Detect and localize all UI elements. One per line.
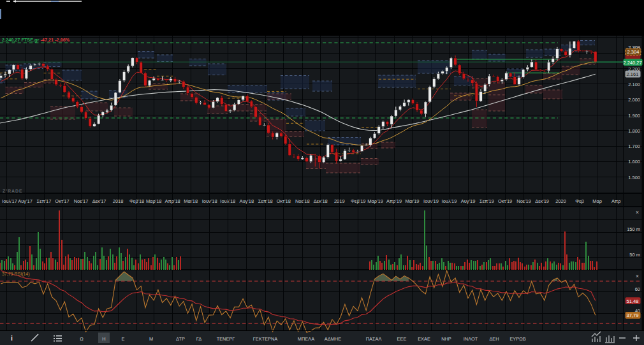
svg-text:Ιουλ'17: Ιουλ'17 (2, 198, 17, 204)
svg-text:1.600: 1.600 (628, 159, 640, 165)
svg-text:Νοε'19: Νοε'19 (516, 198, 531, 204)
svg-text:1.700: 1.700 (628, 143, 640, 149)
svg-text:ΙΝΛΟΤ: ΙΝΛΟΤ (464, 336, 478, 342)
svg-text:ΠΑΣΑΛ: ΠΑΣΑΛ (366, 336, 382, 342)
svg-text:2.161: 2.161 (627, 71, 639, 77)
svg-text:ΓΕΚΤΕΡΝΑ: ΓΕΚΤΕΡΝΑ (253, 336, 278, 342)
svg-text:37,79: 37,79 (627, 312, 639, 318)
svg-text:Απρ: Απρ (611, 198, 620, 204)
svg-text:2.240,27 FTSE.gr -47,21 -2,06%: 2.240,27 FTSE.gr -47,21 -2,06% (2, 37, 70, 43)
svg-text:Ω: Ω (80, 336, 84, 342)
svg-text:Οκτ'19: Οκτ'19 (498, 198, 512, 204)
svg-text:60: 60 (635, 286, 640, 292)
svg-text:Αυγ'17: Αυγ'17 (18, 198, 33, 204)
svg-text:Οκτ'18: Οκτ'18 (277, 198, 291, 204)
svg-text:Οκτ'17: Οκτ'17 (55, 198, 69, 204)
svg-text:2.100: 2.100 (628, 82, 640, 87)
svg-text:Ιουλ'18: Ιουλ'18 (220, 198, 235, 204)
svg-text:Δεκ'18: Δεκ'18 (314, 198, 328, 204)
svg-text:ΓΔ: ΓΔ (196, 336, 201, 342)
svg-text:ΕΥΡΩΒ: ΕΥΡΩΒ (509, 336, 525, 342)
svg-text:Μαι'19: Μαι'19 (405, 198, 419, 204)
svg-text:51,48: 51,48 (627, 298, 639, 304)
svg-text:ΔΤΡ: ΔΤΡ (176, 336, 185, 342)
svg-text:Φεβ'19: Φεβ'19 (351, 198, 365, 204)
svg-text:Η: Η (102, 336, 105, 342)
svg-text:2020: 2020 (555, 198, 566, 204)
svg-text:ΤΕΝΕΡΓ: ΤΕΝΕΡΓ (217, 336, 235, 342)
svg-text:Απρ'19: Απρ'19 (386, 198, 402, 204)
svg-text:ΕΕΕ: ΕΕΕ (397, 336, 407, 342)
svg-text:37,79 RSI(14): 37,79 RSI(14) (2, 272, 30, 277)
svg-text:Αυγ'18: Αυγ'18 (239, 198, 254, 204)
svg-text:2019: 2019 (334, 198, 345, 204)
svg-text:Απρ'18: Απρ'18 (165, 198, 180, 204)
svg-text:Μαρ'18: Μαρ'18 (146, 198, 162, 204)
svg-text:Νοε'18: Νοε'18 (295, 198, 310, 204)
svg-text:Μαι'18: Μαι'18 (184, 198, 198, 204)
svg-text:ΑΔΜΗΕ: ΑΔΜΗΕ (325, 336, 341, 342)
svg-text:ΝΗΡ: ΝΗΡ (441, 336, 451, 342)
svg-text:50 m: 50 m (629, 252, 640, 258)
svg-text:Δεκ'19: Δεκ'19 (535, 198, 549, 204)
svg-text:Ιουν'18: Ιουν'18 (202, 198, 217, 204)
svg-text:ΜΠΕΛΑ: ΜΠΕΛΑ (298, 336, 314, 342)
svg-text:Σεπ'18: Σεπ'18 (258, 198, 273, 204)
svg-text:Μαρ: Μαρ (592, 198, 602, 204)
svg-text:2.304: 2.304 (627, 49, 640, 55)
svg-text:Αυγ'19: Αυγ'19 (461, 198, 476, 204)
svg-text:1.500: 1.500 (628, 175, 640, 180)
svg-text:2018: 2018 (113, 198, 124, 204)
svg-text:2.000: 2.000 (628, 97, 640, 103)
svg-text:Δεκ'17: Δεκ'17 (92, 198, 106, 204)
svg-text:Z′RADE: Z′RADE (3, 189, 23, 193)
svg-text:Σεπ'19: Σεπ'19 (479, 198, 494, 204)
svg-text:i: i (11, 335, 13, 342)
svg-text:Σεπ'17: Σεπ'17 (37, 198, 52, 204)
svg-text:2.240,27: 2.240,27 (623, 60, 641, 66)
svg-text:Μ: Μ (149, 336, 153, 342)
svg-text:ΔΕΗ: ΔΕΗ (489, 336, 499, 342)
svg-text:Ε: Ε (122, 336, 125, 342)
svg-text:ΕΧΑΕ: ΕΧΑΕ (418, 336, 430, 342)
svg-text:Ιουλ'19: Ιουλ'19 (442, 198, 457, 204)
svg-text:Φεβ: Φεβ (575, 198, 584, 204)
svg-text:150 m: 150 m (627, 226, 640, 232)
svg-text:Ιουν'19: Ιουν'19 (423, 198, 439, 204)
svg-text:×: × (636, 273, 639, 279)
svg-text:×: × (636, 209, 639, 216)
svg-text:1.900: 1.900 (628, 113, 640, 119)
svg-text:Νοε'17: Νοε'17 (74, 198, 89, 204)
svg-text:Μαρ'19: Μαρ'19 (367, 198, 383, 204)
svg-text:1.800: 1.800 (628, 128, 640, 134)
svg-text:Φεβ'18: Φεβ'18 (129, 198, 144, 204)
